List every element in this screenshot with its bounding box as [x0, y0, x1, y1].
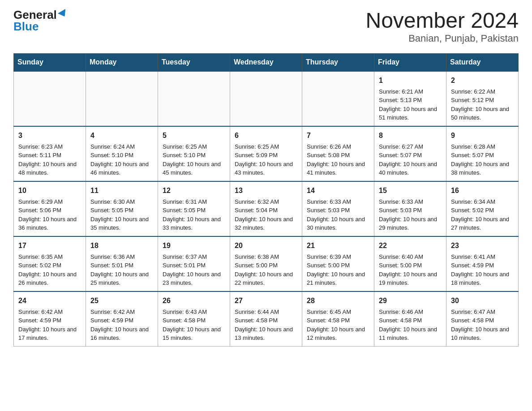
- calendar-cell: 24Sunrise: 6:42 AM Sunset: 4:59 PM Dayli…: [14, 291, 86, 347]
- day-number: 15: [379, 185, 442, 196]
- week-row-4: 17Sunrise: 6:35 AM Sunset: 5:02 PM Dayli…: [14, 236, 519, 291]
- calendar-cell: 8Sunrise: 6:27 AM Sunset: 5:07 PM Daylig…: [374, 126, 446, 181]
- day-info: Sunrise: 6:42 AM Sunset: 4:59 PM Dayligh…: [90, 308, 153, 342]
- calendar-cell: 20Sunrise: 6:38 AM Sunset: 5:00 PM Dayli…: [230, 236, 302, 291]
- calendar-cell: 29Sunrise: 6:46 AM Sunset: 4:58 PM Dayli…: [374, 291, 446, 347]
- day-header-sunday: Sunday: [14, 53, 86, 71]
- day-number: 10: [18, 185, 81, 196]
- day-info: Sunrise: 6:34 AM Sunset: 5:02 PM Dayligh…: [451, 197, 514, 232]
- day-info: Sunrise: 6:41 AM Sunset: 4:59 PM Dayligh…: [451, 253, 514, 287]
- day-number: 27: [235, 295, 297, 306]
- day-info: Sunrise: 6:40 AM Sunset: 5:00 PM Dayligh…: [379, 253, 442, 287]
- day-info: Sunrise: 6:23 AM Sunset: 5:11 PM Dayligh…: [18, 142, 81, 177]
- week-row-3: 10Sunrise: 6:29 AM Sunset: 5:06 PM Dayli…: [14, 181, 519, 236]
- day-info: Sunrise: 6:37 AM Sunset: 5:01 PM Dayligh…: [163, 253, 225, 287]
- day-number: 24: [18, 295, 81, 306]
- day-info: Sunrise: 6:25 AM Sunset: 5:10 PM Dayligh…: [163, 142, 225, 177]
- week-row-2: 3Sunrise: 6:23 AM Sunset: 5:11 PM Daylig…: [14, 126, 519, 181]
- day-number: 12: [163, 185, 225, 196]
- day-number: 17: [18, 240, 81, 251]
- day-number: 23: [451, 240, 514, 251]
- day-info: Sunrise: 6:27 AM Sunset: 5:07 PM Dayligh…: [379, 142, 442, 177]
- calendar-table: SundayMondayTuesdayWednesdayThursdayFrid…: [13, 53, 519, 347]
- day-number: 25: [90, 295, 153, 306]
- day-info: Sunrise: 6:25 AM Sunset: 5:09 PM Dayligh…: [235, 142, 297, 177]
- calendar-header: SundayMondayTuesdayWednesdayThursdayFrid…: [14, 53, 519, 71]
- logo: General Blue: [13, 9, 68, 32]
- calendar-cell: [302, 71, 374, 126]
- day-number: 19: [163, 240, 225, 251]
- day-number: 14: [307, 185, 369, 196]
- day-number: 28: [307, 295, 369, 306]
- logo-triangle-icon: [58, 9, 69, 19]
- day-number: 22: [379, 240, 442, 251]
- calendar-cell: 9Sunrise: 6:28 AM Sunset: 5:07 PM Daylig…: [446, 126, 519, 181]
- calendar-cell: 13Sunrise: 6:32 AM Sunset: 5:04 PM Dayli…: [230, 181, 302, 236]
- calendar-cell: 25Sunrise: 6:42 AM Sunset: 4:59 PM Dayli…: [86, 291, 158, 347]
- calendar-cell: [14, 71, 86, 126]
- day-info: Sunrise: 6:29 AM Sunset: 5:06 PM Dayligh…: [18, 197, 81, 232]
- day-info: Sunrise: 6:22 AM Sunset: 5:12 PM Dayligh…: [451, 87, 514, 122]
- day-number: 11: [90, 185, 153, 196]
- day-number: 4: [90, 130, 153, 141]
- week-row-5: 24Sunrise: 6:42 AM Sunset: 4:59 PM Dayli…: [14, 291, 519, 347]
- day-info: Sunrise: 6:47 AM Sunset: 4:58 PM Dayligh…: [451, 308, 514, 342]
- calendar-cell: 7Sunrise: 6:26 AM Sunset: 5:08 PM Daylig…: [302, 126, 374, 181]
- calendar-cell: 12Sunrise: 6:31 AM Sunset: 5:05 PM Dayli…: [158, 181, 230, 236]
- day-info: Sunrise: 6:24 AM Sunset: 5:10 PM Dayligh…: [90, 142, 153, 177]
- calendar-cell: 4Sunrise: 6:24 AM Sunset: 5:10 PM Daylig…: [86, 126, 158, 181]
- day-number: 30: [451, 295, 514, 306]
- calendar-cell: 18Sunrise: 6:36 AM Sunset: 5:01 PM Dayli…: [86, 236, 158, 291]
- day-info: Sunrise: 6:33 AM Sunset: 5:03 PM Dayligh…: [307, 197, 369, 232]
- location-title: Banian, Punjab, Pakistan: [365, 33, 519, 44]
- day-info: Sunrise: 6:26 AM Sunset: 5:08 PM Dayligh…: [307, 142, 369, 177]
- day-info: Sunrise: 6:45 AM Sunset: 4:58 PM Dayligh…: [307, 308, 369, 342]
- day-number: 18: [90, 240, 153, 251]
- calendar-cell: 10Sunrise: 6:29 AM Sunset: 5:06 PM Dayli…: [14, 181, 86, 236]
- day-header-tuesday: Tuesday: [158, 53, 230, 71]
- calendar-cell: 5Sunrise: 6:25 AM Sunset: 5:10 PM Daylig…: [158, 126, 230, 181]
- day-info: Sunrise: 6:28 AM Sunset: 5:07 PM Dayligh…: [451, 142, 514, 177]
- calendar-cell: 17Sunrise: 6:35 AM Sunset: 5:02 PM Dayli…: [14, 236, 86, 291]
- day-header-friday: Friday: [374, 53, 446, 71]
- day-header-saturday: Saturday: [446, 53, 519, 71]
- calendar-cell: 26Sunrise: 6:43 AM Sunset: 4:58 PM Dayli…: [158, 291, 230, 347]
- calendar-cell: 27Sunrise: 6:44 AM Sunset: 4:58 PM Dayli…: [230, 291, 302, 347]
- day-info: Sunrise: 6:35 AM Sunset: 5:02 PM Dayligh…: [18, 253, 81, 287]
- calendar-cell: 15Sunrise: 6:33 AM Sunset: 5:03 PM Dayli…: [374, 181, 446, 236]
- calendar-cell: 6Sunrise: 6:25 AM Sunset: 5:09 PM Daylig…: [230, 126, 302, 181]
- calendar-cell: [230, 71, 302, 126]
- day-number: 8: [379, 130, 442, 141]
- calendar-cell: [158, 71, 230, 126]
- day-header-thursday: Thursday: [302, 53, 374, 71]
- day-info: Sunrise: 6:33 AM Sunset: 5:03 PM Dayligh…: [379, 197, 442, 232]
- logo-general-text: General: [13, 9, 57, 21]
- day-info: Sunrise: 6:39 AM Sunset: 5:00 PM Dayligh…: [307, 253, 369, 287]
- calendar-cell: 16Sunrise: 6:34 AM Sunset: 5:02 PM Dayli…: [446, 181, 519, 236]
- logo-blue-text: Blue: [13, 21, 39, 32]
- day-info: Sunrise: 6:42 AM Sunset: 4:59 PM Dayligh…: [18, 308, 81, 342]
- day-number: 21: [307, 240, 369, 251]
- day-number: 13: [235, 185, 297, 196]
- day-number: 7: [307, 130, 369, 141]
- calendar-cell: 21Sunrise: 6:39 AM Sunset: 5:00 PM Dayli…: [302, 236, 374, 291]
- header-right: November 2024 Banian, Punjab, Pakistan: [365, 9, 519, 44]
- day-number: 2: [451, 75, 514, 86]
- day-info: Sunrise: 6:46 AM Sunset: 4:58 PM Dayligh…: [379, 308, 442, 342]
- page-header: General Blue November 2024 Banian, Punja…: [13, 9, 519, 44]
- calendar-cell: 14Sunrise: 6:33 AM Sunset: 5:03 PM Dayli…: [302, 181, 374, 236]
- calendar-cell: 30Sunrise: 6:47 AM Sunset: 4:58 PM Dayli…: [446, 291, 519, 347]
- day-info: Sunrise: 6:43 AM Sunset: 4:58 PM Dayligh…: [163, 308, 225, 342]
- day-headers-row: SundayMondayTuesdayWednesdayThursdayFrid…: [14, 53, 519, 71]
- day-number: 1: [379, 75, 442, 86]
- day-number: 9: [451, 130, 514, 141]
- calendar-cell: 11Sunrise: 6:30 AM Sunset: 5:05 PM Dayli…: [86, 181, 158, 236]
- day-number: 26: [163, 295, 225, 306]
- day-info: Sunrise: 6:32 AM Sunset: 5:04 PM Dayligh…: [235, 197, 297, 232]
- day-number: 29: [379, 295, 442, 306]
- day-info: Sunrise: 6:36 AM Sunset: 5:01 PM Dayligh…: [90, 253, 153, 287]
- day-number: 20: [235, 240, 297, 251]
- calendar-cell: 2Sunrise: 6:22 AM Sunset: 5:12 PM Daylig…: [446, 71, 519, 126]
- calendar-cell: 28Sunrise: 6:45 AM Sunset: 4:58 PM Dayli…: [302, 291, 374, 347]
- day-number: 3: [18, 130, 81, 141]
